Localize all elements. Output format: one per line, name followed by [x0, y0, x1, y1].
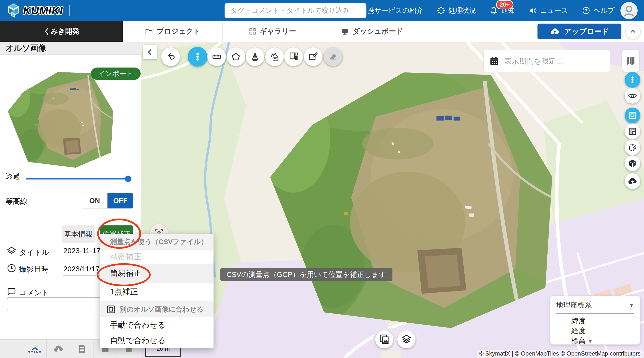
share-icon — [349, 7, 357, 15]
images-icon — [379, 334, 390, 345]
monitor-icon — [341, 27, 349, 36]
cloud-upload-icon — [627, 176, 638, 186]
elevation-select[interactable]: 標高 ▼ — [571, 336, 634, 346]
date-range-filter[interactable] — [484, 50, 610, 72]
elevation-profile-button[interactable] — [265, 47, 284, 66]
pointcloud-view-button[interactable] — [624, 139, 640, 155]
news-link[interactable]: ニュース — [529, 6, 568, 15]
partner-services-link[interactable]: 連携サービスの紹介 — [349, 6, 423, 15]
gcp-tooltip: CSVの測量点（GCP）を用いて位置を補正します — [220, 268, 392, 281]
menu-item-auto-match[interactable]: 自動で合わせる — [100, 333, 214, 348]
opacity-slider[interactable] — [26, 175, 131, 182]
kumiki-logo[interactable]: KUMIKI — [6, 3, 63, 18]
scanx-logo-icon — [30, 344, 39, 351]
partner-services-label: 連携サービスの紹介 — [360, 6, 423, 15]
processing-status-link[interactable]: 処理状況 — [437, 6, 476, 15]
help-link[interactable]: ? ヘルプ — [582, 6, 614, 15]
export-cloud-button[interactable] — [624, 173, 640, 189]
footer-cell-empty — [0, 339, 23, 358]
menu-item-precise-correction[interactable]: 精密補正 — [100, 250, 214, 264]
tab-dashboard[interactable]: ダッシュボード — [322, 21, 422, 42]
map-icon — [625, 55, 636, 66]
calendar-icon — [489, 56, 500, 66]
menu-item-single-point-correction[interactable]: 1点補正 — [100, 283, 214, 301]
compare-layout-button[interactable] — [284, 47, 303, 66]
photo-gallery-button[interactable] — [375, 330, 394, 348]
map-style-button[interactable] — [622, 50, 639, 72]
upload-button-label: アップロード — [564, 27, 609, 37]
grid-icon — [248, 28, 256, 35]
scanx-link[interactable]: SCANX — [23, 339, 47, 358]
dsm-view-button[interactable] — [624, 124, 640, 139]
import-badge: インポート — [91, 68, 141, 80]
tab-workspace[interactable]: くみき開発 — [0, 21, 123, 42]
upload-button[interactable]: アップロード — [538, 24, 622, 39]
tab-basic-info[interactable]: 基本情報 — [62, 225, 95, 243]
download-button[interactable] — [47, 339, 70, 358]
chevron-left-icon — [146, 48, 154, 56]
help-icon: ? — [582, 7, 590, 15]
ortho-2d-view-button[interactable] — [624, 108, 640, 123]
person-icon — [622, 4, 636, 17]
notifications-link[interactable]: 通知 20+ — [490, 6, 515, 15]
tab-gallery-label: ギャラリー — [260, 27, 296, 36]
square-2d-icon — [628, 111, 637, 120]
kumiki-app: 地理座標系 ▼ 緯度 経度 標高 ▼ 20 m © SkymatiX | © O… — [0, 0, 644, 358]
chevron-down-icon: ▼ — [629, 302, 634, 308]
visibility-button[interactable] — [624, 88, 640, 104]
contour-toggle: ON OFF — [82, 193, 133, 208]
notification-badge: 20+ — [496, 0, 514, 9]
report-button[interactable] — [70, 339, 94, 358]
map-attribution: © SkymatiX | © OpenMapTiles © OpenStreet… — [477, 350, 643, 357]
tab-projects[interactable]: プロジェクト — [123, 21, 222, 42]
tab-dashboard-label: ダッシュボード — [352, 27, 403, 36]
comment-icon — [7, 287, 16, 297]
tab-workspace-label: くみき開発 — [43, 27, 79, 36]
search-input[interactable] — [224, 3, 366, 18]
pointcloud-icon — [628, 142, 637, 152]
layered-corner-icon — [628, 126, 637, 136]
bell-icon — [490, 7, 498, 15]
date-range-input[interactable] — [504, 57, 603, 66]
menu-item-simple-correction[interactable]: 簡易補正 — [100, 264, 214, 283]
opacity-slider-track — [26, 178, 131, 179]
square-in-square-icon — [106, 304, 116, 314]
tab-gallery[interactable]: ギャラリー — [222, 21, 322, 42]
scanx-label: SCANX — [28, 350, 42, 354]
elevation-underline — [571, 347, 594, 347]
undo-button[interactable] — [161, 47, 180, 66]
kebab-menu-icon — [628, 75, 637, 85]
tools-kebab-button[interactable] — [188, 47, 208, 67]
measure-distance-button[interactable] — [208, 47, 226, 66]
position-correction-menu: 測量点を使う（CSVファイル） 精密補正 簡易補正 1点補正 別のオルソ画像に合… — [100, 234, 214, 348]
contour-on-button[interactable]: ON — [82, 193, 108, 208]
model-3d-view-button[interactable] — [624, 155, 640, 171]
layers-button[interactable] — [397, 330, 416, 348]
menu-header-match-ortho-label: 別のオルソ画像に合わせる — [120, 305, 204, 314]
slope-tool-button[interactable] — [324, 47, 342, 66]
title-label: タイトル — [19, 247, 49, 258]
pentagon-icon — [230, 51, 241, 62]
news-label: ニュース — [540, 6, 568, 15]
coordinate-system-select[interactable]: 地理座標系 ▼ — [556, 300, 634, 310]
ortho-thumbnail[interactable] — [8, 71, 114, 168]
help-label: ヘルプ — [594, 6, 614, 15]
latitude-label: 緯度 — [571, 316, 634, 326]
avatar[interactable] — [620, 2, 638, 19]
annotate-button[interactable] — [304, 47, 322, 66]
measure-area-button[interactable] — [226, 47, 245, 66]
opacity-slider-thumb[interactable] — [125, 176, 131, 182]
contour-off-button[interactable]: OFF — [108, 193, 133, 208]
layer-kebab-button[interactable] — [624, 72, 640, 88]
menu-item-manual-match[interactable]: 手動で合わせる — [100, 317, 214, 333]
svg-text:?: ? — [585, 8, 587, 13]
measure-volume-button[interactable] — [246, 47, 264, 66]
sidebar-collapse-button[interactable] — [143, 45, 157, 60]
clock-icon — [7, 263, 16, 273]
sidebar-title: オルソ画像 — [0, 42, 141, 55]
edit-pencil-icon — [308, 51, 318, 62]
spinner-icon — [437, 7, 445, 15]
processing-status-label: 処理状況 — [448, 6, 476, 15]
ruler-icon — [211, 51, 222, 62]
collapse-nav-button[interactable] — [625, 24, 640, 39]
